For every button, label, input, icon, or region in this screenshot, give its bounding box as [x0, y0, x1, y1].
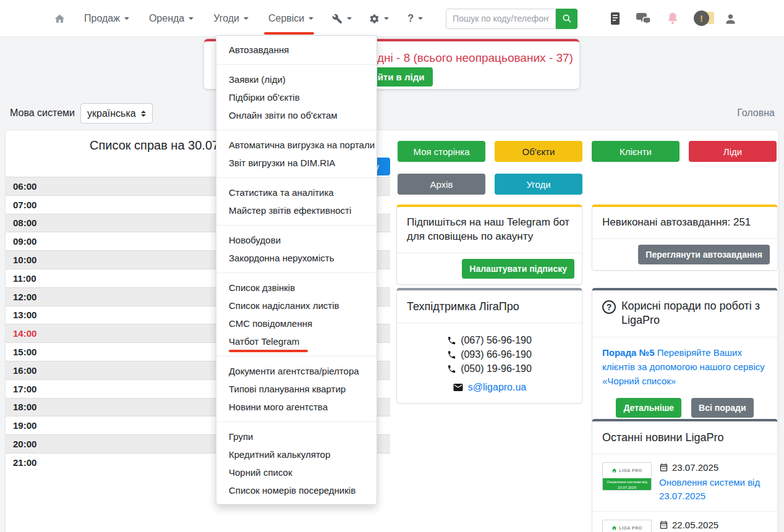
telegram-panel: Підпишіться на наш Telegram бот для спов…: [396, 205, 582, 285]
help-icon: ?: [407, 13, 414, 24]
telegram-subscribe-button[interactable]: Налаштувати підписку: [462, 259, 574, 279]
hour-label: 06:00: [6, 181, 36, 192]
menu-item-telegram-chatbot[interactable]: Чатбот Telegram: [216, 332, 377, 350]
user-icon: [724, 12, 737, 25]
hour-label: 09:00: [6, 236, 36, 247]
chevron-down-icon: [309, 17, 313, 20]
account-alerts-button[interactable]: !: [694, 11, 710, 27]
support-panel-title: Техпідтримка ЛігаПро: [397, 290, 582, 323]
menu-item-groups[interactable]: Групи: [216, 428, 377, 445]
view-autotasks-button[interactable]: Переглянути автозавдання: [638, 245, 770, 264]
menu-item-blacklist[interactable]: Чорний список: [216, 463, 377, 481]
gear-icon: [369, 14, 380, 24]
clients-button[interactable]: Клієнти: [592, 141, 680, 162]
menu-divider: [216, 356, 377, 357]
hour-label: 10:00: [6, 255, 36, 265]
all-tips-button[interactable]: Всі поради: [691, 398, 754, 418]
menu-item-call-list[interactable]: Список дзвінків: [216, 279, 377, 297]
support-email-link[interactable]: s@ligapro.ua: [468, 382, 527, 393]
breadcrumb: Головна: [737, 108, 775, 119]
chevron-down-icon: [124, 17, 129, 20]
menu-item-selections[interactable]: Підбірки об'єктів: [216, 88, 377, 106]
chevron-down-icon: [189, 17, 194, 20]
nav-menu-sales[interactable]: Продаж: [79, 8, 135, 29]
leads-button[interactable]: Ліди: [689, 141, 777, 162]
messages-button[interactable]: [636, 12, 652, 25]
hour-label: 17:00: [6, 384, 36, 394]
my-page-button[interactable]: Моя сторінка: [398, 141, 485, 162]
menu-item-statistics[interactable]: Статистика та аналітика: [216, 184, 377, 201]
profile-button[interactable]: [724, 12, 737, 25]
menu-item-intermediary-numbers[interactable]: Список номерів посередників: [216, 481, 377, 499]
tip-details-button[interactable]: Детальніше: [616, 398, 681, 418]
calendar-icon: [659, 463, 668, 472]
nav-help-menu[interactable]: ?: [402, 8, 428, 29]
search-input[interactable]: [446, 9, 556, 29]
menu-item-credit-calculator[interactable]: Кредитний калькулятор: [216, 445, 377, 463]
menu-item-agency-documents[interactable]: Документи агентства/ріелтора: [216, 362, 377, 380]
nav-settings-menu[interactable]: [365, 9, 393, 29]
news-date: 22.05.2025: [672, 520, 718, 530]
menu-item-sent-letters[interactable]: Список надісланих листів: [216, 297, 377, 315]
chevron-down-icon: [244, 17, 249, 20]
menu-divider: [216, 225, 377, 226]
language-label: Мова системи: [10, 108, 75, 119]
tips-panel-title: Корисні поради по роботі з LigaPro: [621, 299, 767, 328]
support-phone-number: (050) 19-96-190: [461, 363, 532, 374]
news-link[interactable]: Оновлення системи від 23.07.2025: [659, 476, 767, 503]
news-item[interactable]: LIGA PRO Оновлення системи від 22.05.202…: [592, 512, 777, 532]
home-icon: [54, 13, 66, 25]
bell-icon: [666, 11, 680, 26]
liga-pro-logo-icon: [611, 468, 617, 473]
hour-label: 11:00: [6, 273, 36, 284]
nav-tools-menu[interactable]: [328, 9, 356, 29]
support-phone-number: (093) 66-96-190: [461, 349, 532, 360]
menu-item-online-reports[interactable]: Онлайн звіти по об'єктам: [216, 106, 377, 124]
home-button[interactable]: [49, 8, 70, 30]
nav-menu-services[interactable]: Сервіси: [263, 8, 319, 29]
search-button[interactable]: [556, 9, 577, 29]
hour-label: 15:00: [6, 347, 36, 357]
menu-item-dimria-report[interactable]: Звіт вигрузки на DIM.RIA: [216, 154, 377, 172]
support-phone: (093) 66-96-190: [407, 349, 572, 360]
language-value: українська: [87, 108, 136, 119]
journal-button[interactable]: [609, 12, 621, 25]
menu-item-foreign-realty[interactable]: Закордонна нерухомість: [216, 249, 377, 267]
language-select[interactable]: українська: [80, 103, 153, 124]
news-thumbnail: LIGA PRO Оновлення системи від 22.05.202…: [602, 520, 652, 532]
menu-item-autotasks[interactable]: Автозавдання: [216, 41, 377, 59]
notifications-button[interactable]: [666, 11, 680, 26]
news-panel-title: Останні новини LigaPro: [592, 421, 777, 454]
liga-pro-logo-text: LIGA PRO: [619, 468, 642, 473]
hour-label: 19:00: [6, 420, 36, 431]
top-navbar: Продаж Оренда Угоди Сервіси ?: [0, 0, 784, 37]
chevron-down-icon: [384, 17, 389, 20]
services-dropdown-menu: Автозавдання Заявки (ліди) Підбірки об'є…: [216, 35, 377, 505]
leads-alert-message: дні - 8 (всього неопрацьованих - 37): [377, 51, 573, 65]
news-date: 23.07.2025: [672, 462, 718, 473]
select-arrows-icon: [141, 111, 146, 117]
menu-item-sms[interactable]: СМС повідомлення: [216, 315, 377, 332]
support-phone: (050) 19-96-190: [407, 363, 572, 374]
nav-menu-rent[interactable]: Оренда: [143, 8, 199, 29]
menu-item-new-buildings[interactable]: Новобудови: [216, 231, 377, 249]
autotasks-panel: Невиконані автозавдання: 251 Переглянути…: [592, 205, 778, 271]
telegram-panel-text: Підпишіться на наш Telegram бот для спов…: [397, 207, 582, 253]
phone-icon: [447, 365, 456, 374]
objects-button[interactable]: Об'єкти: [495, 141, 582, 162]
menu-item-typical-layouts[interactable]: Типові планування квартир: [216, 380, 377, 398]
archive-button[interactable]: Архів: [398, 174, 485, 195]
question-circle-icon: ?: [602, 300, 616, 314]
menu-item-efficiency-wizard[interactable]: Майстер звітів ефективності: [216, 201, 377, 219]
support-phone: (067) 56-96-190: [407, 335, 572, 346]
support-phone-number: (067) 56-96-190: [461, 335, 532, 346]
menu-item-auto-export[interactable]: Автоматична вигрузка на портали: [216, 136, 377, 154]
deals-button[interactable]: Угоди: [495, 174, 582, 195]
news-item[interactable]: LIGA PRO Оновлення системи від 23.07.202…: [592, 454, 777, 512]
menu-item-leads[interactable]: Заявки (ліди): [216, 70, 377, 88]
alerts-avatar-icon: !: [694, 11, 709, 26]
hour-label: 12:00: [6, 292, 36, 302]
wrench-icon: [332, 14, 343, 24]
nav-menu-deals[interactable]: Угоди: [208, 8, 254, 29]
menu-item-agency-news[interactable]: Новини мого агентства: [216, 398, 377, 416]
